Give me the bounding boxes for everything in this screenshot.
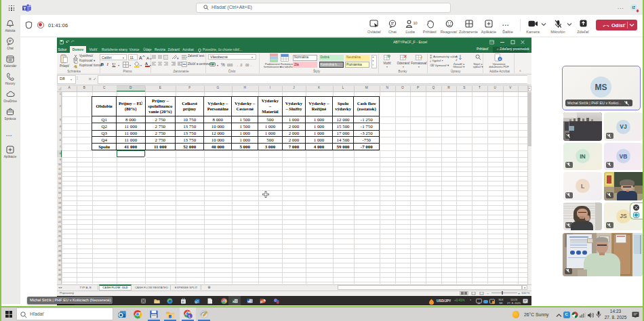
svg-text:10: 10 [414, 20, 418, 24]
svg-text:w: w [247, 299, 251, 303]
svg-text:Z: Z [456, 58, 458, 61]
svg-text:.00→: .00→ [245, 63, 252, 66]
svg-text:%: % [221, 62, 225, 67]
svg-text:←.0: ←.0 [237, 63, 243, 66]
svg-text:▾: ▾ [177, 56, 179, 60]
svg-text:A: A [146, 56, 149, 60]
svg-text:▾: ▾ [217, 64, 218, 67]
svg-text:o: o [195, 300, 197, 304]
svg-text:000: 000 [227, 62, 233, 66]
svg-text:A: A [139, 56, 142, 60]
svg-text:e: e [182, 299, 184, 303]
